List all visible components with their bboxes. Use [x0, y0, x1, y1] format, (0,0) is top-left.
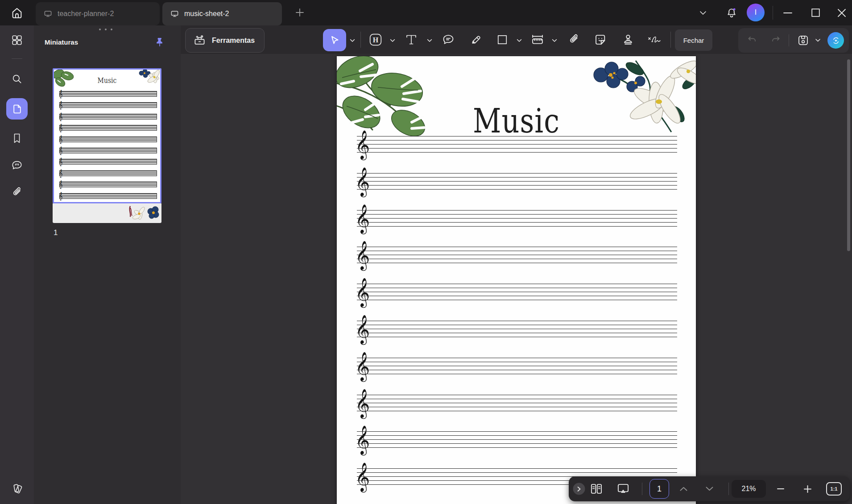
music-staff: 𝄞 — [357, 321, 677, 338]
close-window-button[interactable] — [831, 0, 852, 25]
tools-button-label: Ferramentas — [212, 37, 255, 45]
treble-clef: 𝄞 — [58, 157, 62, 166]
sidebar — [0, 25, 34, 504]
divider — [642, 483, 642, 495]
music-staff: 𝄞 — [357, 136, 677, 153]
treble-clef: 𝄞 — [58, 101, 62, 110]
divider — [728, 483, 729, 495]
toolbox-icon — [194, 34, 206, 46]
divider — [670, 32, 671, 48]
page-title: Music — [337, 101, 696, 140]
editor-toolbar: Ferramentas H — [181, 25, 852, 54]
minimize-button[interactable] — [778, 0, 798, 25]
page-layout-button[interactable] — [587, 480, 605, 498]
music-staff: 𝄞 — [357, 358, 677, 375]
floppy-icon — [797, 34, 809, 46]
divider — [12, 58, 22, 59]
stamp-tool-button[interactable] — [622, 33, 634, 46]
new-tab-button[interactable] — [291, 4, 309, 21]
thumbnail-music-staff: 𝄞 — [59, 159, 157, 165]
avatar[interactable]: I — [747, 4, 765, 21]
tab-music-sheet[interactable]: music-sheet-2 — [162, 2, 282, 25]
save-options-dropdown[interactable] — [813, 36, 822, 45]
panel-drag-handle-icon[interactable] — [99, 29, 112, 30]
thumbnail-floral-bottom-right — [122, 203, 161, 223]
divider — [789, 34, 789, 46]
document-canvas[interactable]: Music 𝄞𝄞𝄞𝄞𝄞𝄞𝄞𝄞𝄞𝄞 1 21% — [181, 54, 852, 504]
staff-list: 𝄞𝄞𝄞𝄞𝄞𝄞𝄞𝄞𝄞𝄞 — [357, 136, 677, 485]
shape-tool-button[interactable] — [496, 34, 508, 45]
select-tool-button[interactable] — [323, 29, 346, 51]
maximize-button[interactable] — [805, 0, 826, 25]
zoom-in-button[interactable] — [799, 481, 815, 497]
view-controls-bar: 1 21% 1:1 — [569, 476, 850, 501]
notification-dot — [733, 8, 736, 10]
panel-title: Miniaturas — [45, 38, 78, 46]
page-number-input[interactable]: 1 — [649, 479, 669, 499]
page-thumbnail[interactable]: Music 𝄞𝄞𝄞𝄞𝄞𝄞𝄞𝄞𝄞𝄞 — [53, 68, 161, 203]
close-document-button[interactable]: Fechar — [675, 29, 712, 51]
music-staff: 𝄞 — [357, 173, 677, 190]
zoom-out-button[interactable] — [773, 481, 789, 497]
tabs-dropdown-button[interactable] — [693, 0, 713, 25]
music-staff: 𝄞 — [357, 395, 677, 412]
expand-bar-button[interactable] — [573, 483, 585, 495]
actual-size-button[interactable]: 1:1 — [826, 482, 842, 496]
svg-text:H: H — [373, 36, 379, 44]
music-staff: 𝄞 — [357, 210, 677, 227]
heading-tool-dropdown[interactable] — [390, 39, 395, 42]
home-icon — [10, 6, 24, 20]
sidebar-item-swatches[interactable] — [6, 478, 28, 499]
tab-label: music-sheet-2 — [184, 10, 229, 18]
treble-clef: 𝄞 — [58, 135, 62, 144]
ruler-tool-button[interactable] — [531, 33, 544, 46]
thumbnail-music-staff: 𝄞 — [59, 182, 157, 187]
thumbnail-music-staff: 𝄞 — [59, 91, 157, 97]
ai-swirl-icon — [831, 36, 841, 45]
presentation-mode-button[interactable] — [614, 480, 632, 498]
next-page-button[interactable] — [701, 481, 717, 497]
tab-teacher-planner[interactable]: teacher-planner-2 — [36, 2, 160, 25]
signature-tool-button[interactable] — [647, 34, 662, 45]
previous-page-button[interactable] — [675, 481, 691, 497]
marker-tool-button[interactable] — [470, 33, 482, 46]
thumbnail-music-staff: 𝄞 — [59, 170, 157, 176]
history-save-group — [738, 28, 849, 53]
divider — [360, 32, 361, 48]
thumbnail-music-staff: 𝄞 — [59, 125, 157, 131]
pin-icon — [155, 37, 165, 48]
save-button[interactable] — [794, 32, 811, 49]
sidebar-item-apps[interactable] — [6, 29, 28, 51]
attachment-tool-button[interactable] — [568, 33, 580, 46]
select-tool-dropdown[interactable] — [350, 39, 355, 42]
shape-tool-dropdown[interactable] — [517, 39, 522, 42]
redo-button[interactable] — [767, 32, 784, 49]
sticker-tool-button[interactable] — [594, 33, 607, 46]
music-staff: 𝄞 — [357, 247, 677, 264]
music-staff: 𝄞 — [357, 431, 677, 448]
tools-button[interactable]: Ferramentas — [185, 28, 265, 53]
document-tab-icon — [170, 10, 179, 18]
home-button[interactable] — [0, 0, 34, 25]
sidebar-item-attachments[interactable] — [6, 182, 28, 203]
text-tool-dropdown[interactable] — [427, 39, 432, 42]
comment-tool-button[interactable] — [442, 33, 455, 46]
pin-panel-button[interactable] — [151, 33, 169, 51]
notifications-button[interactable] — [721, 0, 742, 25]
text-tool-button[interactable] — [404, 33, 418, 47]
document-page[interactable]: Music 𝄞𝄞𝄞𝄞𝄞𝄞𝄞𝄞𝄞𝄞 — [337, 56, 696, 504]
zoom-level-display[interactable]: 21% — [732, 480, 766, 498]
sidebar-item-comments[interactable] — [6, 155, 28, 176]
thumbnail-page-title: Music — [54, 76, 160, 84]
sidebar-item-search[interactable] — [6, 68, 28, 90]
thumbnail-page-number: 1 — [54, 228, 58, 237]
vertical-scrollbar[interactable] — [847, 59, 850, 251]
sidebar-item-documents[interactable] — [6, 98, 28, 120]
sidebar-item-bookmarks[interactable] — [6, 128, 28, 149]
ai-assistant-button[interactable] — [827, 32, 844, 49]
heading-tool-button[interactable]: H — [369, 33, 382, 46]
treble-clef: 𝄞 — [58, 192, 62, 201]
ruler-tool-dropdown[interactable] — [552, 39, 557, 42]
page-thumbnail-offscreen-part[interactable] — [53, 203, 161, 223]
undo-button[interactable] — [744, 32, 761, 49]
